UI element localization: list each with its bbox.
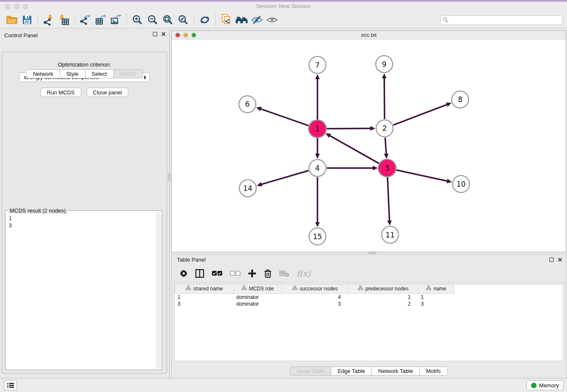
refresh-icon[interactable] xyxy=(197,13,212,27)
table-cell[interactable]: dominator xyxy=(234,293,282,301)
control-panel-title: Control Panel xyxy=(4,32,38,39)
deselect-all-checkboxes-icon[interactable] xyxy=(230,271,241,276)
memory-button[interactable]: Memory xyxy=(526,380,564,390)
edge-3-10[interactable] xyxy=(396,170,447,181)
node-label-4: 4 xyxy=(315,164,320,172)
table-cell[interactable]: 1 xyxy=(175,293,234,301)
node-label-1: 1 xyxy=(315,124,320,133)
mcds-result-scrollbar[interactable] xyxy=(157,212,161,369)
list-icon xyxy=(7,383,14,388)
import-table-icon[interactable] xyxy=(56,13,72,27)
table-row[interactable]: 3dominator323 xyxy=(175,301,454,307)
run-mcds-button[interactable]: Run MCDS xyxy=(41,88,81,97)
network-window-titlebar: × − + scc.txt xyxy=(172,31,566,39)
zoom-selected-icon[interactable] xyxy=(176,13,191,27)
tab-mcds[interactable]: MCDS xyxy=(113,69,143,78)
toolbar-separator xyxy=(38,14,38,26)
network-file-icon[interactable] xyxy=(219,13,234,27)
tab-node-table[interactable]: Node Table xyxy=(290,367,331,375)
status-bar: Memory xyxy=(0,378,567,392)
column-header-name[interactable]: name xyxy=(418,284,454,293)
mcds-result-list: 13 xyxy=(9,215,157,369)
title-bar: Session: New Session xyxy=(0,2,567,12)
optimization-criterion-label: Optimization criterion: xyxy=(2,61,167,68)
edge-3-1[interactable] xyxy=(330,135,379,163)
table-cell[interactable]: 3 xyxy=(175,301,234,307)
network-graph-canvas[interactable]: 1234678910111415 xyxy=(172,39,566,252)
close-panel-button[interactable]: Close panel xyxy=(87,88,129,97)
toolbar-separator xyxy=(215,14,216,26)
mcds-result-box: MCDS result (2 nodes) 13 xyxy=(5,210,162,370)
table-cell[interactable]: 2 xyxy=(349,301,418,307)
column-tree-icon xyxy=(292,286,297,292)
tab-network[interactable]: Network xyxy=(26,69,60,78)
open-folder-icon[interactable] xyxy=(4,13,19,27)
column-tree-icon xyxy=(358,286,363,292)
export-image-icon[interactable] xyxy=(108,13,124,27)
add-column-icon[interactable] xyxy=(248,269,256,278)
tab-select[interactable]: Select xyxy=(85,69,114,78)
toolbar-separator xyxy=(194,14,194,26)
home-icon[interactable] xyxy=(234,13,249,27)
panel-splitter-handle[interactable] xyxy=(168,173,171,181)
tab-edge-table[interactable]: Edge Table xyxy=(331,367,372,375)
tab-network-table[interactable]: Network Table xyxy=(372,367,420,375)
function-builder-icon: f(x) xyxy=(297,269,311,278)
zoom-in-icon[interactable] xyxy=(130,13,145,27)
float-panel-icon[interactable] xyxy=(153,32,157,36)
node-label-2: 2 xyxy=(383,124,387,133)
hide-panels-icon[interactable] xyxy=(249,13,264,27)
select-all-checkboxes-icon[interactable] xyxy=(212,271,223,276)
edge-4-14[interactable] xyxy=(261,171,308,185)
float-panel-icon[interactable] xyxy=(549,257,554,262)
edge-1-6[interactable] xyxy=(261,109,309,126)
edge-2-9[interactable] xyxy=(384,78,385,119)
control-panel-tabs: NetworkStyleSelectMCDS xyxy=(0,69,169,78)
toolbar-separator xyxy=(127,14,127,26)
gear-icon[interactable] xyxy=(179,269,188,278)
export-table-icon[interactable] xyxy=(93,13,108,27)
search-input[interactable] xyxy=(451,17,560,23)
edge-2-3[interactable] xyxy=(385,138,386,154)
node-label-10: 10 xyxy=(457,180,466,188)
column-header-MCDS-role[interactable]: MCDS role xyxy=(234,284,282,293)
edge-2-8[interactable] xyxy=(393,105,447,125)
node-table[interactable]: shared nameMCDS rolesuccessor nodesprede… xyxy=(174,284,563,361)
table-cell[interactable]: 4 xyxy=(282,293,349,301)
close-panel-icon[interactable] xyxy=(558,257,562,262)
edge-3-11[interactable] xyxy=(388,177,390,221)
tab-motifs[interactable]: Motifs xyxy=(419,367,448,375)
column-header-shared-name[interactable]: shared name xyxy=(175,284,234,293)
toolbar-separator xyxy=(74,14,75,26)
table-cell[interactable]: dominator xyxy=(234,301,282,307)
column-header-predecessor-nodes[interactable]: predecessor nodes xyxy=(349,284,418,293)
memory-label: Memory xyxy=(539,382,559,389)
search-field[interactable] xyxy=(440,15,563,25)
node-label-14: 14 xyxy=(243,184,253,193)
column-header-successor-nodes[interactable]: successor nodes xyxy=(282,284,349,293)
main-toolbar xyxy=(0,12,567,28)
split-view-icon[interactable] xyxy=(195,269,204,278)
task-history-button[interactable] xyxy=(4,380,17,390)
close-panel-icon[interactable] xyxy=(161,32,166,36)
table-cell[interactable]: 1 xyxy=(418,293,454,301)
delete-column-icon[interactable] xyxy=(264,269,272,278)
control-panel: Control Panel NetworkStyleSelectMCDS Opt… xyxy=(0,29,170,380)
mcds-result-item: 3 xyxy=(9,222,157,229)
table-cell[interactable]: 1 xyxy=(349,293,418,301)
edge-1-2[interactable] xyxy=(327,128,371,129)
zoom-fit-icon[interactable] xyxy=(160,13,176,27)
tab-style[interactable]: Style xyxy=(60,69,85,78)
memory-status-dot xyxy=(531,383,537,388)
node-label-8: 8 xyxy=(458,95,462,104)
table-row[interactable]: 1dominator411 xyxy=(175,293,454,301)
zoom-out-icon[interactable] xyxy=(145,13,160,27)
save-icon[interactable] xyxy=(19,13,35,27)
column-tree-icon xyxy=(426,286,431,292)
table-panel-title: Table Panel xyxy=(177,257,206,263)
show-panels-icon[interactable] xyxy=(264,13,280,27)
table-cell[interactable]: 3 xyxy=(418,301,454,307)
export-network-icon[interactable] xyxy=(78,13,93,27)
import-network-icon[interactable] xyxy=(41,13,56,27)
table-cell[interactable]: 3 xyxy=(282,301,349,307)
